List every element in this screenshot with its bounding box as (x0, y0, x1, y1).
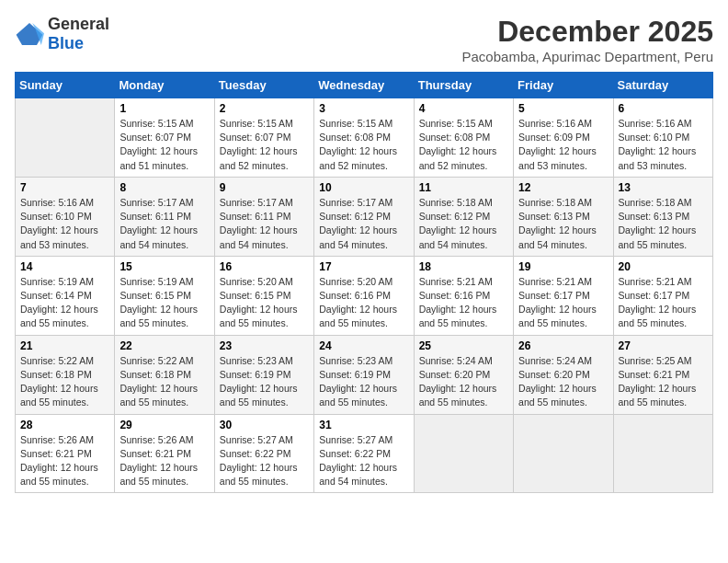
calendar-cell: 13 Sunrise: 5:18 AMSunset: 6:13 PMDaylig… (613, 177, 712, 256)
day-detail: Sunrise: 5:16 AMSunset: 6:09 PMDaylight:… (518, 118, 597, 171)
calendar-cell (613, 414, 712, 493)
day-number: 27 (619, 339, 708, 352)
calendar-cell: 6 Sunrise: 5:16 AMSunset: 6:10 PMDayligh… (613, 98, 712, 178)
calendar-cell (16, 98, 115, 178)
calendar-cell: 20 Sunrise: 5:21 AMSunset: 6:17 PMDaylig… (613, 256, 712, 335)
header-day-wednesday: Wednesday (314, 73, 414, 98)
day-number: 16 (220, 260, 309, 273)
calendar-cell: 1 Sunrise: 5:15 AMSunset: 6:07 PMDayligh… (115, 98, 214, 178)
logo: General Blue (15, 15, 109, 53)
calendar-cell: 29 Sunrise: 5:26 AMSunset: 6:21 PMDaylig… (115, 414, 214, 493)
title-area: December 2025 Pacobamba, Apurimac Depart… (462, 15, 713, 64)
calendar-cell: 14 Sunrise: 5:19 AMSunset: 6:14 PMDaylig… (16, 256, 115, 335)
day-number: 7 (20, 181, 109, 194)
day-detail: Sunrise: 5:19 AMSunset: 6:14 PMDaylight:… (20, 276, 98, 329)
day-detail: Sunrise: 5:18 AMSunset: 6:12 PMDaylight:… (419, 197, 497, 250)
day-number: 31 (319, 419, 408, 431)
calendar-cell (514, 414, 613, 493)
day-number: 5 (518, 102, 608, 115)
day-detail: Sunrise: 5:18 AMSunset: 6:13 PMDaylight:… (619, 197, 697, 250)
day-number: 11 (419, 181, 508, 194)
day-detail: Sunrise: 5:24 AMSunset: 6:20 PMDaylight:… (419, 355, 497, 408)
header-day-friday: Friday (514, 73, 613, 98)
day-number: 23 (220, 339, 309, 352)
logo-general-text: General (48, 15, 109, 33)
day-detail: Sunrise: 5:18 AMSunset: 6:13 PMDaylight:… (518, 197, 597, 250)
calendar-cell: 30 Sunrise: 5:27 AMSunset: 6:22 PMDaylig… (214, 414, 313, 493)
calendar-cell: 23 Sunrise: 5:23 AMSunset: 6:19 PMDaylig… (214, 335, 313, 414)
day-number: 25 (419, 339, 508, 352)
calendar-cell (414, 414, 513, 493)
calendar-cell: 25 Sunrise: 5:24 AMSunset: 6:20 PMDaylig… (414, 335, 513, 414)
calendar-body: 1 Sunrise: 5:15 AMSunset: 6:07 PMDayligh… (16, 98, 713, 493)
day-detail: Sunrise: 5:17 AMSunset: 6:11 PMDaylight:… (119, 197, 198, 250)
day-detail: Sunrise: 5:15 AMSunset: 6:07 PMDaylight:… (119, 118, 198, 171)
calendar-cell: 4 Sunrise: 5:15 AMSunset: 6:08 PMDayligh… (414, 98, 513, 178)
day-number: 9 (220, 181, 309, 194)
day-number: 30 (220, 419, 309, 431)
day-number: 29 (119, 419, 209, 431)
calendar-cell: 7 Sunrise: 5:16 AMSunset: 6:10 PMDayligh… (16, 177, 115, 256)
day-detail: Sunrise: 5:27 AMSunset: 6:22 PMDaylight:… (220, 434, 298, 488)
calendar-cell: 16 Sunrise: 5:20 AMSunset: 6:15 PMDaylig… (214, 256, 313, 335)
day-detail: Sunrise: 5:19 AMSunset: 6:15 PMDaylight:… (119, 276, 198, 329)
day-number: 22 (119, 339, 209, 352)
calendar-table: SundayMondayTuesdayWednesdayThursdayFrid… (15, 72, 713, 493)
header-day-thursday: Thursday (414, 73, 513, 98)
week-row-1: 1 Sunrise: 5:15 AMSunset: 6:07 PMDayligh… (16, 98, 713, 178)
calendar-cell: 2 Sunrise: 5:15 AMSunset: 6:07 PMDayligh… (214, 98, 313, 178)
calendar-cell: 11 Sunrise: 5:18 AMSunset: 6:12 PMDaylig… (414, 177, 513, 256)
day-number: 12 (518, 181, 608, 194)
day-detail: Sunrise: 5:15 AMSunset: 6:08 PMDaylight:… (319, 118, 397, 171)
calendar-cell: 12 Sunrise: 5:18 AMSunset: 6:13 PMDaylig… (514, 177, 613, 256)
day-detail: Sunrise: 5:26 AMSunset: 6:21 PMDaylight:… (119, 434, 198, 488)
header-day-saturday: Saturday (613, 73, 712, 98)
day-number: 2 (220, 102, 309, 115)
day-number: 15 (119, 260, 209, 273)
calendar-cell: 27 Sunrise: 5:25 AMSunset: 6:21 PMDaylig… (613, 335, 712, 414)
day-number: 28 (20, 419, 109, 431)
day-detail: Sunrise: 5:21 AMSunset: 6:17 PMDaylight:… (518, 276, 597, 329)
day-number: 17 (319, 260, 408, 273)
calendar-cell: 3 Sunrise: 5:15 AMSunset: 6:08 PMDayligh… (314, 98, 414, 178)
day-detail: Sunrise: 5:21 AMSunset: 6:16 PMDaylight:… (419, 276, 497, 329)
day-number: 13 (619, 181, 708, 194)
logo-blue-text: Blue (48, 34, 84, 52)
day-detail: Sunrise: 5:15 AMSunset: 6:07 PMDaylight:… (220, 118, 298, 171)
calendar-header-row: SundayMondayTuesdayWednesdayThursdayFrid… (16, 73, 713, 98)
calendar-cell: 10 Sunrise: 5:17 AMSunset: 6:12 PMDaylig… (314, 177, 414, 256)
day-number: 4 (419, 102, 508, 115)
day-number: 18 (419, 260, 508, 273)
calendar-cell: 17 Sunrise: 5:20 AMSunset: 6:16 PMDaylig… (314, 256, 414, 335)
day-number: 19 (518, 260, 608, 273)
week-row-4: 21 Sunrise: 5:22 AMSunset: 6:18 PMDaylig… (16, 335, 713, 414)
calendar-cell: 8 Sunrise: 5:17 AMSunset: 6:11 PMDayligh… (115, 177, 214, 256)
main-title: December 2025 (462, 15, 713, 49)
calendar-cell: 19 Sunrise: 5:21 AMSunset: 6:17 PMDaylig… (514, 256, 613, 335)
day-detail: Sunrise: 5:25 AMSunset: 6:21 PMDaylight:… (619, 355, 697, 408)
week-row-5: 28 Sunrise: 5:26 AMSunset: 6:21 PMDaylig… (16, 414, 713, 493)
calendar-cell: 5 Sunrise: 5:16 AMSunset: 6:09 PMDayligh… (514, 98, 613, 178)
day-detail: Sunrise: 5:15 AMSunset: 6:08 PMDaylight:… (419, 118, 497, 171)
calendar-cell: 26 Sunrise: 5:24 AMSunset: 6:20 PMDaylig… (514, 335, 613, 414)
day-number: 8 (119, 181, 209, 194)
day-number: 26 (518, 339, 608, 352)
calendar-cell: 24 Sunrise: 5:23 AMSunset: 6:19 PMDaylig… (314, 335, 414, 414)
calendar-cell: 18 Sunrise: 5:21 AMSunset: 6:16 PMDaylig… (414, 256, 513, 335)
day-detail: Sunrise: 5:22 AMSunset: 6:18 PMDaylight:… (119, 355, 198, 408)
day-detail: Sunrise: 5:23 AMSunset: 6:19 PMDaylight:… (319, 355, 397, 408)
week-row-3: 14 Sunrise: 5:19 AMSunset: 6:14 PMDaylig… (16, 256, 713, 335)
calendar-cell: 22 Sunrise: 5:22 AMSunset: 6:18 PMDaylig… (115, 335, 214, 414)
day-detail: Sunrise: 5:17 AMSunset: 6:12 PMDaylight:… (319, 197, 397, 250)
day-detail: Sunrise: 5:22 AMSunset: 6:18 PMDaylight:… (20, 355, 98, 408)
calendar-cell: 9 Sunrise: 5:17 AMSunset: 6:11 PMDayligh… (214, 177, 313, 256)
header: General Blue December 2025 Pacobamba, Ap… (15, 15, 713, 64)
day-detail: Sunrise: 5:26 AMSunset: 6:21 PMDaylight:… (20, 434, 98, 488)
day-detail: Sunrise: 5:17 AMSunset: 6:11 PMDaylight:… (220, 197, 298, 250)
day-number: 20 (619, 260, 708, 273)
day-number: 24 (319, 339, 408, 352)
header-day-tuesday: Tuesday (214, 73, 313, 98)
header-day-sunday: Sunday (16, 73, 115, 98)
day-number: 1 (119, 102, 209, 115)
day-detail: Sunrise: 5:20 AMSunset: 6:15 PMDaylight:… (220, 276, 298, 329)
